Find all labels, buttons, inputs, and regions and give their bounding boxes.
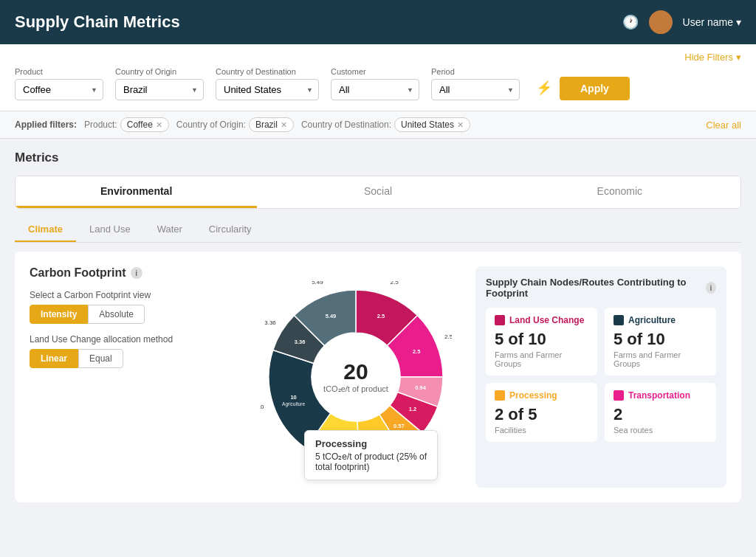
svg-text:2.5: 2.5 [444, 333, 452, 340]
destination-chip-label: Country of Destination: [301, 120, 391, 130]
svg-text:2.5: 2.5 [413, 348, 420, 355]
filter-funnel-icon[interactable]: ⚡ [536, 80, 552, 100]
main-content: Metrics Environmental Social Economic Cl… [0, 139, 756, 514]
node-label: Processing [509, 390, 557, 401]
customer-filter-group: Customer All Customer A Customer B [331, 67, 419, 100]
metrics-title: Metrics [15, 151, 741, 165]
svg-text:5.49: 5.49 [312, 281, 323, 286]
node-label: Land Use Change [509, 315, 584, 325]
svg-point-0 [656, 14, 666, 24]
node-card-header: Land Use Change [495, 315, 588, 325]
node-card: Processing 2 of 5 Facilities [486, 383, 597, 442]
period-select-wrapper: All 2023 2022 [431, 79, 520, 100]
period-filter-group: Period All 2023 2022 [431, 67, 520, 100]
svg-text:10: 10 [260, 404, 264, 410]
destination-select[interactable]: United States Germany UK [216, 79, 319, 100]
svg-text:Agriculture: Agriculture [282, 401, 305, 407]
filter-actions: ⚡ Apply [536, 77, 630, 100]
node-color-icon [495, 315, 505, 325]
carbon-info-icon[interactable]: i [131, 267, 142, 279]
period-label: Period [431, 67, 520, 76]
carbon-left-panel: Carbon Footprint i Select a Carbon Footp… [30, 266, 236, 488]
intensity-toggle[interactable]: Intensity [30, 305, 88, 324]
node-color-icon [614, 315, 624, 325]
applied-filters-bar: Applied filters: Product: Coffee ✕ Count… [0, 111, 756, 139]
history-icon[interactable]: 🕐 [622, 14, 639, 30]
svg-text:10: 10 [290, 394, 296, 401]
origin-select[interactable]: Brazil Colombia Ethiopia [115, 79, 204, 100]
origin-select-wrapper: Brazil Colombia Ethiopia [115, 79, 204, 100]
product-chip-group: Product: Coffee ✕ [84, 117, 169, 132]
avatar[interactable] [649, 10, 673, 34]
view-toggle-group: Intensity Absolute [30, 305, 236, 324]
node-card: Transportation 2 Sea routes [605, 383, 716, 442]
node-desc: Sea routes [614, 426, 707, 435]
view-label: Select a Carbon Footprint view [30, 290, 236, 300]
panel-info-icon[interactable]: i [706, 282, 716, 294]
tab-economic[interactable]: Economic [499, 176, 740, 208]
product-chip-remove[interactable]: ✕ [156, 120, 162, 130]
tooltip-title: Processing [315, 438, 427, 449]
product-filter-group: Product Coffee Tea Cocoa [15, 67, 103, 100]
period-select[interactable]: All 2023 2022 [431, 79, 520, 100]
origin-chip-remove[interactable]: ✕ [281, 120, 287, 130]
origin-filter-group: Country of Origin Brazil Colombia Ethiop… [115, 67, 204, 100]
sub-tab-landuse[interactable]: Land Use [76, 218, 144, 242]
product-select-wrapper: Coffee Tea Cocoa [15, 79, 103, 100]
svg-text:5.49: 5.49 [326, 313, 337, 319]
linear-toggle[interactable]: Linear [30, 349, 78, 368]
center-value: 20 [323, 361, 388, 383]
svg-text:3.36: 3.36 [264, 319, 276, 326]
svg-text:2.5: 2.5 [377, 313, 385, 319]
node-card-header: Processing [495, 390, 588, 401]
clear-all-link[interactable]: Clear all [706, 120, 741, 131]
node-count: 5 of 10 [614, 330, 707, 349]
destination-label: Country of Destination [216, 67, 319, 76]
customer-select[interactable]: All Customer A Customer B [331, 79, 419, 100]
tab-social[interactable]: Social [257, 176, 498, 208]
svg-text:0.94: 0.94 [415, 384, 426, 391]
svg-text:3.36: 3.36 [295, 339, 306, 345]
node-card: Land Use Change 5 of 10 Farms and Farmer… [486, 308, 597, 376]
filters-bar: Hide Filters ▾ Product Coffee Tea Cocoa … [0, 44, 756, 111]
main-tab-bar: Environmental Social Economic [15, 176, 741, 209]
product-label: Product [15, 67, 103, 76]
tooltip-text2: total footprint) [315, 462, 427, 472]
donut-center: 20 tCO₂e/t of product [323, 361, 388, 394]
sub-tab-circularity[interactable]: Circularity [196, 218, 265, 242]
sub-tab-climate[interactable]: Climate [15, 218, 76, 242]
customer-select-wrapper: All Customer A Customer B [331, 79, 419, 100]
svg-text:1.2: 1.2 [409, 406, 416, 412]
node-count: 2 [614, 405, 707, 424]
applied-label: Applied filters: [15, 120, 77, 130]
product-chip-label: Product: [84, 120, 117, 130]
apply-button[interactable]: Apply [560, 77, 630, 100]
hide-filters-link[interactable]: Hide Filters ▾ [684, 52, 741, 63]
destination-chip-remove[interactable]: ✕ [457, 120, 464, 130]
center-unit: tCO₂e/t of product [323, 384, 388, 394]
customer-label: Customer [331, 67, 419, 76]
sub-tab-bar: Climate Land Use Water Circularity [15, 218, 741, 243]
sub-tab-water[interactable]: Water [144, 218, 196, 242]
node-label: Agriculture [628, 315, 676, 325]
chart-area: 2.52.51.675103.365.492.52.50.941.20.571.… [251, 266, 461, 488]
username-button[interactable]: User name ▾ [683, 16, 741, 28]
node-desc: Farms and Farmer Groups [614, 350, 707, 368]
node-color-icon [495, 390, 505, 401]
tab-environmental[interactable]: Environmental [16, 176, 257, 208]
donut-wrapper: 2.52.51.675103.365.492.52.50.941.20.571.… [260, 281, 452, 473]
origin-label: Country of Origin [115, 67, 204, 76]
carbon-title: Carbon Footprint i [30, 266, 236, 280]
product-select[interactable]: Coffee Tea Cocoa [15, 79, 103, 100]
supply-chain-panel: Supply Chain Nodes/Routes Contributing t… [475, 266, 726, 488]
node-color-icon [614, 390, 624, 401]
origin-chip-label: Country of Origin: [176, 120, 246, 130]
svg-text:2.5: 2.5 [390, 281, 399, 286]
filter-row: Product Coffee Tea Cocoa Country of Orig… [15, 67, 741, 100]
app-title: Supply Chain Metrics [15, 13, 180, 32]
header-right: 🕐 User name ▾ [622, 10, 741, 34]
allocation-label: Land Use Change allocation method [30, 334, 236, 345]
equal-toggle[interactable]: Equal [78, 349, 123, 368]
segment-tooltip: Processing 5 tCO₂e/t of product (25% of … [304, 430, 438, 480]
absolute-toggle[interactable]: Absolute [88, 305, 145, 324]
